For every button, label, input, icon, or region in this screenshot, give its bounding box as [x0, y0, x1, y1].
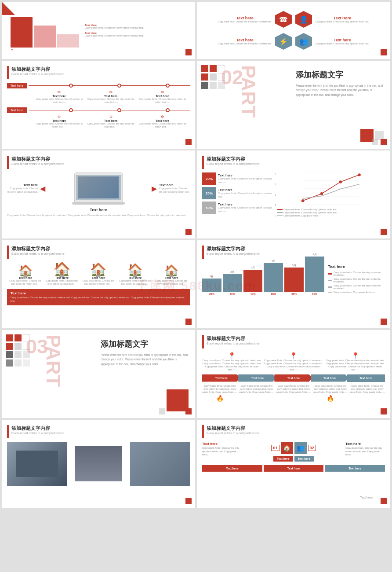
slide-header-6: 添加标题文字内容 Blank report refers to a compre… — [202, 156, 385, 169]
red-bar — [7, 66, 9, 79]
laptop-body — [74, 172, 123, 202]
house-icon-1: 🏠 📍 — [9, 265, 42, 276]
part-description-9: Please enter the font and title you thin… — [101, 353, 189, 367]
icon-people: 👥 — [294, 442, 307, 454]
slide-header-3: 添加标题文字内容 Blank report refers to a compre… — [7, 66, 190, 79]
chart-point-3 — [339, 180, 342, 183]
bar-month-6: 6月 80% — [305, 253, 324, 295]
red-bar — [7, 425, 9, 438]
bar-label: 📍 — [11, 49, 79, 51]
part-content: 添加标题文字 Please enter the font and title y… — [296, 70, 384, 97]
photo-3 — [130, 442, 190, 486]
slide-6: 添加标题文字内容 Blank report refers to a compre… — [197, 150, 390, 238]
icon-home: 🏠 — [281, 442, 293, 454]
top-pin-items: 📍 Copy paste fonts. Choose the only opti… — [202, 352, 385, 372]
slide-header-8: 添加标题文字内容 Blank report refers to a compre… — [202, 246, 385, 259]
house-item-5: 🏠 Text here Copy paste fonts. Choose the… — [155, 265, 188, 286]
bottom-items-row: Copy paste fonts. Choose the only option… — [202, 385, 385, 402]
pin-item-1: 📍 Copy paste fonts. Choose the only opti… — [202, 352, 261, 372]
right-label: Text here Copy paste fonts. Choose the o… — [159, 183, 190, 193]
slide-7: 添加标题文字内容 Blank report refers to a compre… — [2, 240, 195, 328]
sq-corner — [372, 139, 378, 145]
timeline-node-4 — [69, 108, 73, 112]
part-word-bg-9: PART — [44, 334, 63, 387]
photo-1 — [7, 442, 67, 486]
legend-item-1: Copy paste fonts. Choose the only option… — [277, 208, 385, 211]
icon-boxes-layout: Text here Copy paste fonts. Choose the o… — [202, 442, 385, 462]
chart-point-4 — [358, 173, 361, 176]
timeline-btn-1[interactable]: Text here — [7, 83, 27, 88]
timeline-node-3 — [166, 84, 170, 88]
slide-12: 添加标题文字内容 Blank report refers to a compre… — [197, 420, 390, 508]
part-content-9: 添加标题文字 Please enter the font and title y… — [101, 339, 189, 367]
laptop-base — [72, 202, 125, 205]
num-icon-row: 01 🏠 👥 02 — [244, 442, 343, 454]
title-block: 添加标题文字内容 Blank report refers to a compre… — [11, 66, 65, 76]
bar-2 — [34, 26, 56, 48]
house-icon-2: 🏠 — [45, 262, 78, 276]
house-icon-3: 🏠 — [82, 263, 115, 276]
bar-month-4: 4月 65% — [264, 260, 283, 295]
right-arrow-icon: ▶ — [152, 184, 157, 193]
pct-item-3: 50% Text here Copy paste fonts. Choose t… — [202, 202, 272, 214]
legend-r-1: Copy paste fonts. Choose the only option… — [328, 271, 385, 276]
sq-br-9b — [159, 408, 165, 414]
flow-btn-3: Text here — [274, 374, 312, 382]
part-word-bg: PART — [239, 65, 258, 117]
pin-icon-2: 📍 — [264, 352, 323, 359]
chart-point-2 — [320, 192, 323, 195]
middle-boxes: 01 🏠 👥 02 Text here Text here — [244, 442, 343, 462]
title-block: 添加标题文字内容 Blank report refers to a compre… — [11, 425, 65, 435]
corner-accent — [185, 139, 192, 145]
bottom-item-4: Copy paste fonts. Choose the only option… — [312, 385, 348, 402]
icon-label-1: Text here — [273, 456, 293, 462]
bars-container: 1月 📍 20% 2月 30% 3月 40% — [202, 262, 324, 302]
chart-point-1 — [301, 199, 304, 202]
timeline-node-5 — [117, 108, 121, 112]
red-bar — [7, 246, 9, 259]
slide-2: Text here Copy paste fonts. Choose the o… — [197, 2, 390, 59]
bar-1 — [11, 17, 33, 48]
bottom-item-5: Copy paste fonts. Choose the only option… — [349, 385, 385, 402]
flow-btn-1: Text here — [202, 374, 240, 382]
anno-2: Text Here Copy paste fonts. Choose the o… — [85, 32, 186, 37]
slide-header-10: 添加标题文字内容 Blank report refers to a compre… — [202, 335, 385, 348]
slide-8: 添加标题文字内容 Blank report refers to a compre… — [197, 240, 390, 328]
icon-label-2: Text here — [294, 456, 314, 462]
pct-list: 20% Text here Copy paste fonts. Choose t… — [202, 172, 272, 221]
sq-d — [201, 82, 208, 89]
slide-10: 添加标题文字内容 Blank report refers to a compre… — [197, 330, 390, 418]
chart-legend-right: Text here Copy paste fonts. Choose the o… — [328, 262, 385, 302]
pin-icon-3: 📍 — [326, 352, 385, 359]
sq-r3 — [201, 73, 208, 81]
bar-month-3: 3月 40% — [243, 266, 263, 295]
timeline-btn-2[interactable]: Text here — [7, 107, 27, 113]
legend-line-2 — [277, 212, 283, 213]
red-bar — [202, 156, 204, 169]
timeline-node-1 — [69, 84, 73, 88]
bottom-btn-2: Text here — [264, 465, 324, 472]
bar-month-5: 5月 50% — [284, 264, 304, 295]
main-grid: 📍 Text Here Copy paste fonts. Choose the… — [0, 0, 392, 510]
legend-dot-1 — [328, 273, 332, 275]
tl-item-4: ⚙ Text here Copy paste fonts. Choose the… — [33, 115, 85, 128]
sq-r — [201, 65, 208, 72]
chart-with-axis: 4 3 2 1 0 — [275, 172, 385, 221]
hex-item-2: Text Here Copy paste fonts. Choose the o… — [316, 16, 369, 23]
pct-chart-area: 20% Text here Copy paste fonts. Choose t… — [202, 172, 385, 221]
timeline-line-1 — [29, 85, 190, 86]
house-icon-4: 🏠 — [119, 264, 152, 276]
title-block: 添加标题文字内容 Blank report refers to a compre… — [207, 156, 260, 165]
pct-item-1: 20% Text here Copy paste fonts. Choose t… — [202, 172, 272, 185]
anno-1: Text Here Copy paste fonts. Choose the o… — [85, 24, 186, 29]
pin-item-2: 📍 Copy paste fonts. Choose the only opti… — [264, 352, 323, 372]
title-block: 添加标题文字内容 Blank report refers to a compre… — [11, 156, 65, 165]
title-block: 添加标题文字内容 Blank report refers to a compre… — [207, 335, 260, 345]
flow-btn-2: Text here — [238, 374, 276, 382]
legend-dot-3 — [328, 286, 332, 288]
laptop-device — [74, 172, 123, 204]
slide-3: 添加标题文字内容 Blank report refers to a compre… — [2, 61, 195, 149]
slide-header-12: 添加标题文字内容 Blank report refers to a compre… — [202, 425, 385, 438]
bar-chart-area: 1月 📍 20% 2月 30% 3月 40% — [202, 262, 324, 302]
line-chart-svg: 0 1 2 3 Copy paste fonts. Choose the onl… — [277, 172, 385, 221]
